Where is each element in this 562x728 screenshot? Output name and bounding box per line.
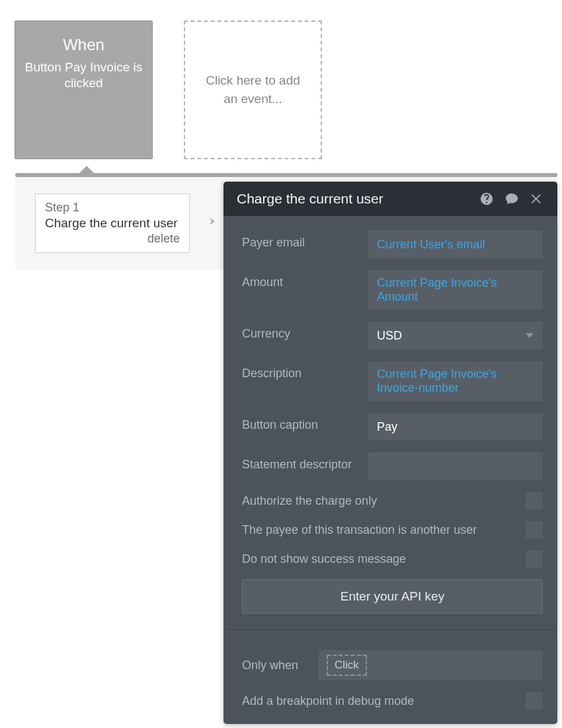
field-currency[interactable]: USD xyxy=(368,322,543,349)
step-box[interactable]: Step 1 Charge the current user delete xyxy=(35,194,190,253)
label-authorize-only: Authorize the charge only xyxy=(242,494,526,508)
comment-icon[interactable] xyxy=(504,192,519,206)
event-add-text: Click here to add an event... xyxy=(200,71,306,108)
only-when-click-chip[interactable]: Click xyxy=(327,655,367,676)
field-description[interactable]: Current Page Invoice's Invoice-number xyxy=(368,361,543,401)
row-payee-other-user: The payee of this transaction is another… xyxy=(242,521,543,538)
event-title: When xyxy=(22,36,145,54)
panel-title: Charge the current user xyxy=(237,191,383,207)
field-payer-email[interactable]: Current User's email xyxy=(368,231,543,258)
row-statement-descriptor: Statement descriptor xyxy=(242,453,543,480)
row-hide-success: Do not show success message xyxy=(242,550,543,567)
label-statement-descriptor: Statement descriptor xyxy=(242,453,368,472)
panel-header-icons xyxy=(479,192,544,206)
row-button-caption: Button caption Pay xyxy=(242,413,543,441)
row-breakpoint: Add a breakpoint in debug mode xyxy=(242,692,543,710)
label-only-when: Only when xyxy=(242,659,319,673)
checkbox-payee-other-user[interactable] xyxy=(526,521,543,538)
label-hide-success: Do not show success message xyxy=(242,552,526,566)
help-icon[interactable] xyxy=(479,192,494,206)
event-box-add[interactable]: Click here to add an event... xyxy=(184,20,322,159)
row-currency: Currency USD xyxy=(242,322,543,349)
event-description: Button Pay Invoice is clicked xyxy=(22,59,145,91)
row-only-when: Only when Click xyxy=(242,650,543,680)
label-breakpoint: Add a breakpoint in debug mode xyxy=(242,694,526,708)
field-only-when[interactable]: Click xyxy=(319,650,543,680)
label-currency: Currency xyxy=(242,322,368,341)
field-currency-value: USD xyxy=(377,329,402,343)
arrow-right-icon xyxy=(203,214,218,233)
panel-header: Charge the current user xyxy=(223,182,557,216)
checkbox-authorize-only[interactable] xyxy=(526,492,543,509)
checkbox-hide-success[interactable] xyxy=(526,550,543,567)
checkbox-breakpoint[interactable] xyxy=(526,692,543,710)
field-button-caption[interactable]: Pay xyxy=(368,413,543,441)
panel-divider xyxy=(223,630,557,630)
label-payer-email: Payer email xyxy=(242,231,368,250)
row-authorize-only: Authorize the charge only xyxy=(242,492,543,509)
action-property-panel: Charge the current user Payer email Curr… xyxy=(223,182,557,724)
label-amount: Amount xyxy=(242,270,368,289)
step-label: Step 1 xyxy=(45,201,180,215)
api-key-button[interactable]: Enter your API key xyxy=(242,579,543,614)
field-statement-descriptor[interactable] xyxy=(368,453,543,480)
event-box-selected[interactable]: When Button Pay Invoice is clicked xyxy=(15,20,153,159)
panel-body: Payer email Current User's email Amount … xyxy=(223,216,557,637)
panel-footer: Only when Click Add a breakpoint in debu… xyxy=(223,637,557,724)
row-amount: Amount Current Page Invoice's Amount xyxy=(242,270,543,310)
label-button-caption: Button caption xyxy=(242,413,368,432)
row-description: Description Current Page Invoice's Invoi… xyxy=(242,361,543,401)
field-amount[interactable]: Current Page Invoice's Amount xyxy=(368,270,543,310)
workflow-canvas: When Button Pay Invoice is clicked Click… xyxy=(0,0,562,728)
step-name: Charge the current user xyxy=(45,216,180,231)
row-payer-email: Payer email Current User's email xyxy=(242,231,543,258)
close-icon[interactable] xyxy=(530,192,544,206)
chevron-down-icon xyxy=(526,334,534,338)
label-payee-other-user: The payee of this transaction is another… xyxy=(242,523,526,537)
label-description: Description xyxy=(242,361,368,381)
step-delete-link[interactable]: delete xyxy=(45,232,180,246)
